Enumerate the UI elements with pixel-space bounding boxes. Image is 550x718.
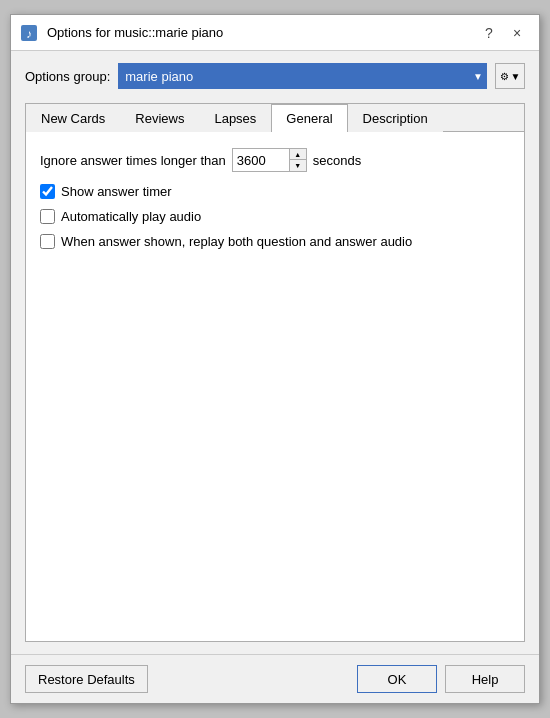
chevron-down-icon: ▼ [511, 71, 521, 82]
ignore-times-row: Ignore answer times longer than ▲ ▼ seco… [40, 148, 510, 172]
replay-audio-checkbox[interactable] [40, 234, 55, 249]
spinbox-up-button[interactable]: ▲ [290, 149, 306, 160]
tab-lapses[interactable]: Lapses [199, 104, 271, 132]
tab-description[interactable]: Description [348, 104, 443, 132]
show-answer-timer-checkbox[interactable] [40, 184, 55, 199]
ok-button[interactable]: OK [357, 665, 437, 693]
checkbox-show-answer-timer-row: Show answer timer [40, 184, 510, 199]
ignore-times-label-after: seconds [313, 153, 361, 168]
help-footer-button[interactable]: Help [445, 665, 525, 693]
footer: Restore Defaults OK Help [11, 654, 539, 703]
options-group-select[interactable]: marie piano [118, 63, 487, 89]
replay-audio-label[interactable]: When answer shown, replay both question … [61, 234, 412, 249]
auto-play-audio-checkbox[interactable] [40, 209, 55, 224]
manage-button[interactable]: ⚙ ▼ [495, 63, 525, 89]
close-button[interactable]: × [503, 20, 531, 46]
options-window: ♪ Options for music::marie piano ? × Opt… [10, 14, 540, 704]
tab-reviews[interactable]: Reviews [120, 104, 199, 132]
help-button[interactable]: ? [475, 20, 503, 46]
spinbox-buttons: ▲ ▼ [289, 149, 306, 171]
ignore-times-input[interactable] [233, 149, 289, 171]
spinbox-down-button[interactable]: ▼ [290, 160, 306, 171]
tab-new-cards[interactable]: New Cards [26, 104, 120, 132]
restore-defaults-button[interactable]: Restore Defaults [25, 665, 148, 693]
checkbox-auto-play-audio-row: Automatically play audio [40, 209, 510, 224]
auto-play-audio-label[interactable]: Automatically play audio [61, 209, 201, 224]
ignore-times-label-before: Ignore answer times longer than [40, 153, 226, 168]
tabs-area: New Cards Reviews Lapses General Descrip… [25, 103, 525, 642]
tabs-header: New Cards Reviews Lapses General Descrip… [26, 104, 524, 132]
tab-content-general: Ignore answer times longer than ▲ ▼ seco… [26, 132, 524, 641]
window-body: Options group: marie piano ▼ ⚙ ▼ New Car… [11, 51, 539, 654]
checkbox-replay-audio-row: When answer shown, replay both question … [40, 234, 510, 249]
options-group-select-wrapper: marie piano ▼ [118, 63, 487, 89]
ignore-times-spinbox: ▲ ▼ [232, 148, 307, 172]
gear-icon: ⚙ [500, 71, 509, 82]
svg-text:♪: ♪ [26, 27, 32, 41]
window-icon: ♪ [19, 23, 39, 43]
title-bar: ♪ Options for music::marie piano ? × [11, 15, 539, 51]
options-group-row: Options group: marie piano ▼ ⚙ ▼ [25, 63, 525, 89]
options-group-label: Options group: [25, 69, 110, 84]
window-title: Options for music::marie piano [47, 25, 475, 40]
show-answer-timer-label[interactable]: Show answer timer [61, 184, 172, 199]
tab-general[interactable]: General [271, 104, 347, 132]
footer-left: Restore Defaults [25, 665, 349, 693]
